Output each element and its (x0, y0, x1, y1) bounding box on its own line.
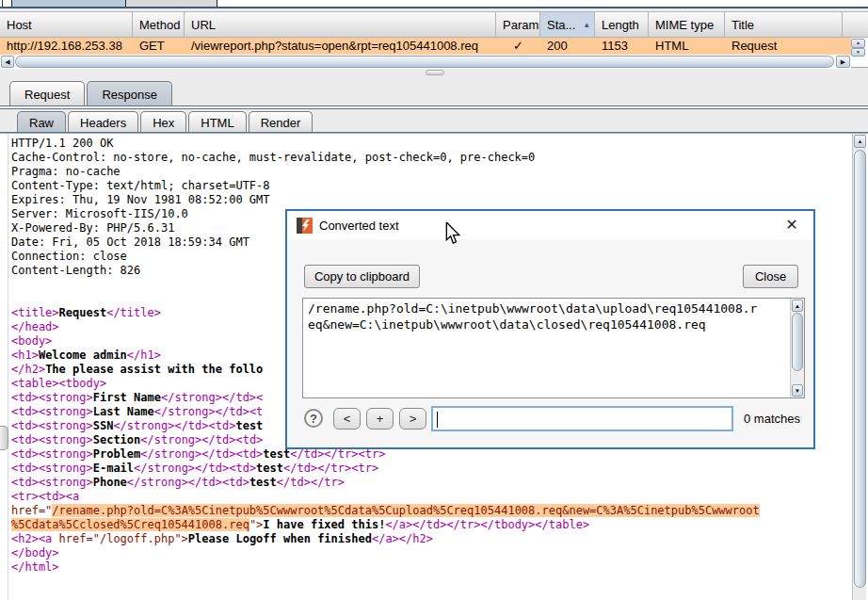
match-count-label: 0 matches (744, 412, 800, 426)
dialog-titlebar[interactable]: Converted text ✕ (287, 211, 813, 239)
panel-left-border (8, 134, 8, 600)
scroll-left-icon[interactable]: ◀ (1, 56, 14, 68)
close-icon[interactable]: ✕ (781, 216, 802, 236)
col-header-method[interactable]: Method (133, 12, 185, 37)
copy-to-clipboard-button[interactable]: Copy to clipboard (304, 265, 420, 288)
mouse-cursor (444, 222, 461, 245)
search-add-button[interactable]: + (366, 408, 394, 430)
code-line: <tr><td><a (11, 490, 760, 504)
scroll-right-icon[interactable]: ▶ (836, 56, 850, 68)
code-line: <td><strong>Phone</strong></td><td>test<… (11, 476, 760, 490)
code-line: href="/rename.php?old=C%3A%5Cinetpub%5Cw… (11, 504, 760, 518)
col-header-url[interactable]: URL (185, 12, 496, 37)
view-subtabs: Raw Headers Hex HTML Render (17, 110, 314, 133)
col-header-host[interactable]: Host (0, 12, 133, 37)
search-previous-button[interactable]: < (333, 408, 361, 430)
table-vertical-scrollbar[interactable]: ▲ ▼ (851, 39, 865, 57)
code-line: </html> (11, 560, 760, 575)
col-header-filler (843, 12, 868, 37)
code-line: <td><strong>Problem</strong></td><td>tes… (11, 447, 760, 462)
search-input[interactable] (431, 406, 733, 431)
subtab-render[interactable]: Render (249, 111, 313, 133)
code-line: HTTP/1.1 200 OK (11, 137, 760, 151)
horizontal-scrollbar-thumb[interactable] (15, 56, 834, 68)
panel-splitter-handle[interactable] (426, 70, 444, 75)
http-history-table: Host Method URL Params Sta...▲ Length MI… (0, 11, 868, 68)
subtab-hex[interactable]: Hex (140, 111, 186, 133)
scroll-down-icon[interactable]: ▼ (851, 48, 865, 57)
col-header-status[interactable]: Sta...▲ (540, 12, 595, 37)
col-header-title[interactable]: Title (725, 12, 843, 37)
burp-app-icon (297, 218, 313, 234)
converted-text-area[interactable]: /rename.php?old=C:\inetpub\wwwroot\data\… (302, 298, 805, 398)
code-line: Content-Type: text/html; charset=UTF-8 (11, 179, 760, 193)
scroll-up-icon[interactable]: ▲ (851, 39, 865, 48)
left-splitter-grip[interactable] (0, 426, 8, 450)
partial-tab-selected[interactable] (11, 0, 126, 7)
col-header-length[interactable]: Length (595, 12, 649, 37)
code-line: Pragma: no-cache (11, 165, 760, 179)
converted-text-content: /rename.php?old=C:\inetpub\wwwroot\data\… (308, 300, 757, 332)
cell-params-checkmark: ✓ (496, 38, 540, 55)
scroll-up-icon[interactable]: ▲ (854, 135, 866, 148)
textarea-scrollbar-thumb[interactable] (792, 313, 803, 371)
subtab-html[interactable]: HTML (188, 111, 246, 133)
tab-request[interactable]: Request (9, 81, 85, 106)
table-header-row: Host Method URL Params Sta...▲ Length MI… (0, 12, 868, 38)
scroll-down-icon[interactable]: ▼ (792, 384, 803, 397)
subtab-headers[interactable]: Headers (68, 111, 138, 133)
code-line: Expires: Thu, 19 Nov 1981 08:52:00 GMT (11, 193, 760, 207)
scroll-up-icon[interactable]: ▲ (792, 300, 803, 312)
cell-title: Request (725, 38, 843, 55)
response-vertical-scrollbar[interactable]: ▲ (852, 134, 866, 600)
cell-host: http://192.168.253.38 (0, 38, 133, 55)
vertical-scrollbar-thumb[interactable] (854, 150, 866, 588)
textarea-scrollbar[interactable]: ▲ ▼ (790, 299, 804, 397)
table-row[interactable]: http://192.168.253.38 GET /viewreport.ph… (0, 38, 851, 55)
tab-response[interactable]: Response (87, 81, 172, 106)
tabs-divider (0, 105, 868, 109)
partial-tab[interactable] (126, 0, 217, 7)
strip-edge (2, 0, 3, 7)
cell-mime-type: HTML (649, 38, 725, 55)
table-horizontal-scrollbar[interactable]: ◀ ▶ (0, 56, 851, 69)
subtab-raw[interactable]: Raw (17, 111, 66, 133)
code-line: %5Cdata%5Cclosed%5Creq105441008.req">I h… (11, 518, 760, 532)
text-caret (437, 412, 438, 428)
code-line: Cache-Control: no-store, no-cache, must-… (11, 151, 760, 165)
message-tabs: Request Response (9, 80, 174, 106)
window-top-tab-strip (0, 0, 868, 8)
cell-status: 200 (540, 38, 595, 55)
cell-length: 1153 (595, 38, 649, 55)
dialog-title: Converted text (319, 219, 399, 233)
help-icon[interactable]: ? (304, 409, 323, 428)
col-header-params[interactable]: Params (496, 12, 540, 37)
code-line: <td><strong>E-mail</strong></td><td>test… (11, 462, 760, 476)
close-button[interactable]: Close (743, 265, 798, 288)
code-line: <h2><a href="/logoff.php">Please Logoff … (11, 532, 760, 546)
sort-ascending-icon: ▲ (583, 21, 590, 29)
col-header-mime-type[interactable]: MIME type (649, 12, 725, 37)
code-line: </body> (11, 546, 760, 560)
search-next-button[interactable]: > (399, 408, 426, 430)
converted-text-dialog: Converted text ✕ Copy to clipboard Close… (285, 209, 815, 449)
cell-url: /viewreport.php?status=open&rpt=req10544… (185, 38, 496, 55)
cell-method: GET (133, 38, 185, 55)
col-header-status-label: Sta... (547, 18, 575, 32)
